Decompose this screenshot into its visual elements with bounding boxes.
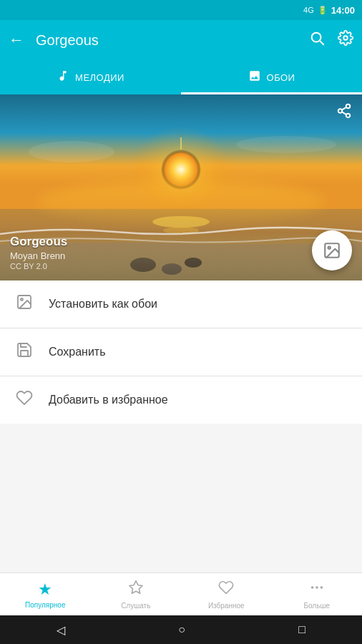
search-icon[interactable] [309,30,325,50]
more-label: Больше [303,602,330,610]
svg-line-19 [342,107,346,110]
save-item[interactable]: Сохранить [0,328,362,376]
svg-line-18 [342,112,346,114]
nav-popular[interactable]: ★ Популярное [0,573,91,615]
tab-wallpapers[interactable]: ОБОИ [181,60,362,94]
svg-point-26 [320,586,323,589]
tab-bar: МЕЛОДИИ ОБОИ [0,60,362,94]
app-bar-actions [309,30,353,50]
app-bar: ← Gorgeous [0,20,362,60]
tab-wallpapers-label: ОБОИ [267,72,295,83]
share-button[interactable] [336,103,352,122]
popular-icon: ★ [38,580,52,599]
image-fab-button[interactable] [312,230,352,270]
svg-point-10 [152,216,210,228]
wallpaper-icon [14,293,34,315]
tab-melodies-label: МЕЛОДИИ [75,72,124,83]
hero-title: Gorgeous [10,235,352,249]
back-nav-button[interactable]: ◁ [57,623,65,637]
set-wallpaper-label: Установить как обои [49,298,157,311]
listen-icon [128,580,144,600]
recents-nav-button[interactable]: □ [298,623,305,636]
svg-point-25 [315,586,318,589]
menu-list: Установить как обои Сохранить Добавить в… [0,280,362,424]
hero-license: CC BY 2.0 [10,262,352,270]
add-favorite-label: Добавить в избранное [49,394,168,406]
status-bar-right: 4G 🔋 14:00 [303,5,355,16]
favorites-label: Избранное [208,602,245,610]
hero-author: Moyan Brenn [10,250,352,261]
favorites-icon [218,580,234,600]
popular-label: Популярное [25,601,65,609]
system-nav-bar: ◁ ○ □ [0,615,362,644]
heart-icon [14,389,34,411]
home-nav-button[interactable]: ○ [178,623,185,636]
save-label: Сохранить [49,346,106,358]
svg-point-21 [328,247,331,249]
svg-point-7 [29,141,114,162]
nav-listen[interactable]: Слушать [91,573,182,615]
svg-point-8 [236,136,336,153]
hero-image-container: Gorgeous Moyan Brenn CC BY 2.0 [0,94,362,280]
nav-more[interactable]: Больше [272,573,363,615]
svg-point-24 [311,586,314,589]
svg-point-5 [161,150,201,190]
listen-label: Слушать [121,602,150,610]
svg-point-23 [21,298,23,301]
app-bar-title: Gorgeous [36,32,298,49]
image-tab-icon [248,69,261,86]
signal-icon: 4G [303,6,314,14]
status-time: 14:00 [331,5,355,16]
add-favorite-item[interactable]: Добавить в избранное [0,376,362,424]
more-icon [309,580,325,600]
svg-point-2 [343,36,348,40]
battery-icon: 🔋 [318,6,328,15]
music-icon [57,69,69,86]
hero-overlay: Gorgeous Moyan Brenn CC BY 2.0 [0,228,362,280]
set-wallpaper-item[interactable]: Установить как обои [0,280,362,328]
nav-favorites[interactable]: Избранное [181,573,272,615]
svg-line-1 [320,41,323,44]
settings-icon[interactable] [338,30,353,50]
status-bar: 4G 🔋 14:00 [0,0,362,20]
back-button[interactable]: ← [9,31,24,49]
save-icon [14,341,34,363]
tab-melodies[interactable]: МЕЛОДИИ [0,60,181,94]
bottom-nav: ★ Популярное Слушать Избранное Больше [0,572,362,615]
